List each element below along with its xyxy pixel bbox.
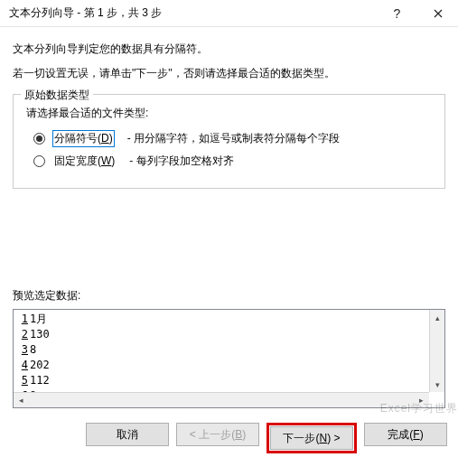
group-prompt: 请选择最合适的文件类型: (26, 106, 434, 121)
scroll-up-icon: ▴ (430, 310, 445, 325)
group-legend: 原始数据类型 (21, 88, 93, 103)
preview-row: 38 (15, 342, 444, 358)
horizontal-scrollbar[interactable]: ◂ ▸ (14, 392, 429, 407)
radio-icon (33, 155, 45, 167)
radio-fixed-label: 固定宽度(W) (52, 153, 117, 170)
intro-text-1: 文本分列向导判定您的数据具有分隔符。 (13, 42, 445, 57)
data-type-group: 原始数据类型 请选择最合适的文件类型: 分隔符号(D) - 用分隔字符，如逗号或… (13, 94, 445, 189)
help-button[interactable]: ? (377, 0, 417, 27)
preview-row: 4202 (15, 358, 444, 373)
next-button-highlight: 下一步(N) > (266, 423, 357, 453)
cancel-button[interactable]: 取消 (86, 423, 169, 446)
dialog-content: 文本分列向导判定您的数据具有分隔符。 若一切设置无误，请单击"下一步"，否则请选… (0, 27, 458, 408)
close-icon (434, 9, 443, 18)
radio-fixed-desc: - 每列字段加空格对齐 (129, 154, 233, 169)
preview-row: 2130 (15, 327, 444, 342)
radio-delimited-label: 分隔符号(D) (52, 130, 115, 147)
radio-icon (33, 133, 45, 145)
intro-text-2: 若一切设置无误，请单击"下一步"，否则请选择最合适的数据类型。 (13, 66, 445, 81)
preview-row: 11月 (15, 312, 444, 327)
preview-label: 预览选定数据: (13, 288, 445, 303)
titlebar: 文本分列向导 - 第 1 步，共 3 步 ? (0, 0, 458, 27)
preview-row: 5112 (15, 373, 444, 388)
vertical-scrollbar[interactable]: ▴ ▾ (429, 310, 444, 392)
scroll-right-icon: ▸ (414, 393, 429, 408)
finish-button[interactable]: 完成(F) (364, 423, 447, 446)
radio-delimited[interactable]: 分隔符号(D) - 用分隔字符，如逗号或制表符分隔每个字段 (33, 130, 434, 147)
window-title: 文本分列向导 - 第 1 步，共 3 步 (9, 5, 377, 21)
scroll-left-icon: ◂ (14, 393, 29, 408)
close-button[interactable] (417, 0, 458, 27)
button-bar: 取消 < 上一步(B) 下一步(N) > 完成(F) (0, 408, 458, 464)
radio-fixed-width[interactable]: 固定宽度(W) - 每列字段加空格对齐 (33, 153, 434, 170)
radio-delimited-desc: - 用分隔字符，如逗号或制表符分隔每个字段 (127, 131, 340, 146)
next-button[interactable]: 下一步(N) > (270, 426, 353, 450)
back-button: < 上一步(B) (176, 423, 259, 446)
preview-box: 11月 2130 38 4202 5112 68 ▴ ▾ ◂ ▸ (13, 309, 445, 408)
scroll-down-icon: ▾ (430, 377, 445, 392)
